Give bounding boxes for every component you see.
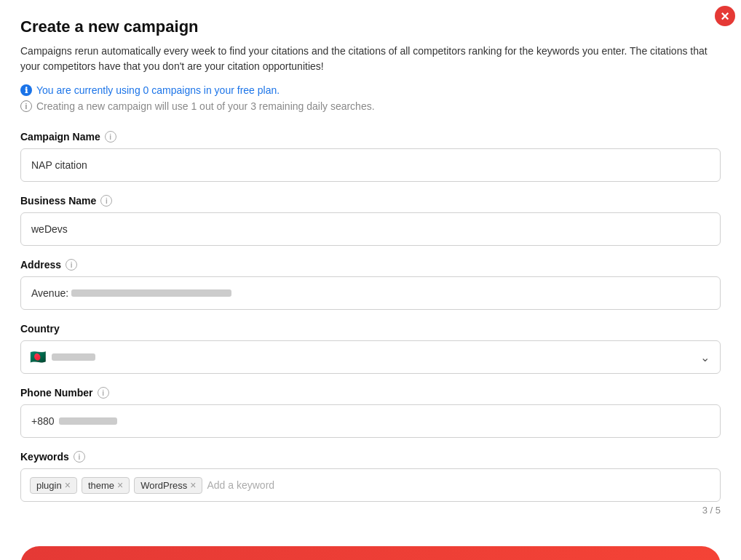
modal-description: Campaigns rerun automatically every week… (20, 44, 721, 74)
address-prefix: Avenue: (31, 287, 68, 299)
phone-info-icon[interactable]: i (98, 387, 109, 399)
business-name-input[interactable] (20, 212, 721, 246)
campaign-name-info-icon[interactable]: i (105, 131, 116, 143)
keyword-tag-theme: theme (82, 477, 130, 494)
phone-input[interactable]: +880 (20, 404, 721, 438)
campaign-name-group: Campaign Name i (20, 131, 721, 182)
create-campaign-modal: Create a new campaign Campaigns rerun au… (0, 0, 741, 560)
address-label: Address i (20, 259, 721, 271)
keyword-label-plugin: plugin (36, 480, 62, 491)
address-group: Address i Avenue: (20, 259, 721, 310)
keyword-remove-wordpress[interactable] (190, 480, 196, 490)
plan-info-line: ℹ You are currently using 0 campaigns in… (20, 84, 721, 96)
create-campaign-button[interactable]: Create campaign (20, 546, 721, 560)
country-select[interactable]: 🇧🇩 ⌄ (20, 340, 721, 374)
phone-prefix: +880 (31, 415, 55, 427)
keyword-remove-plugin[interactable] (65, 480, 71, 490)
phone-group: Phone Number i +880 (20, 387, 721, 438)
country-name-blurred (52, 353, 95, 361)
phone-label: Phone Number i (20, 387, 721, 399)
close-button[interactable] (715, 6, 735, 26)
keywords-info-icon[interactable]: i (74, 451, 85, 463)
keyword-remove-theme[interactable] (117, 480, 123, 490)
keyword-tag-plugin: plugin (30, 477, 77, 494)
keyword-count: 3 / 5 (20, 505, 721, 516)
country-group: Country 🇧🇩 ⌄ (20, 323, 721, 374)
campaign-name-label: Campaign Name i (20, 131, 721, 143)
keywords-group: Keywords i plugin theme WordPress Add a … (20, 451, 721, 516)
plan-info-text: You are currently using 0 campaigns in y… (36, 84, 280, 96)
phone-blurred-value (59, 417, 117, 425)
campaign-name-input[interactable] (20, 148, 721, 182)
keywords-input-box[interactable]: plugin theme WordPress Add a keyword (20, 468, 721, 502)
address-info-icon[interactable]: i (66, 259, 77, 271)
keywords-label: Keywords i (20, 451, 721, 463)
modal-title: Create a new campaign (20, 17, 721, 36)
chevron-down-icon: ⌄ (700, 351, 710, 364)
business-name-info-icon[interactable]: i (100, 195, 112, 207)
info-outline-icon: i (20, 100, 32, 112)
form-section: Campaign Name i Business Name i Address … (20, 131, 721, 529)
country-label: Country (20, 323, 721, 335)
info-filled-icon: ℹ (20, 84, 32, 96)
keyword-label-theme: theme (88, 480, 114, 491)
keyword-label-wordpress: WordPress (140, 480, 187, 491)
business-name-label: Business Name i (20, 195, 721, 207)
search-info-text: Creating a new campaign will use 1 out o… (36, 100, 375, 112)
country-flag: 🇧🇩 (30, 349, 46, 365)
address-blurred-value (71, 289, 231, 297)
keyword-placeholder: Add a keyword (207, 479, 274, 491)
keyword-tag-wordpress: WordPress (134, 477, 202, 494)
search-info-line: i Creating a new campaign will use 1 out… (20, 100, 721, 112)
address-input[interactable]: Avenue: (20, 276, 721, 310)
business-name-group: Business Name i (20, 195, 721, 246)
